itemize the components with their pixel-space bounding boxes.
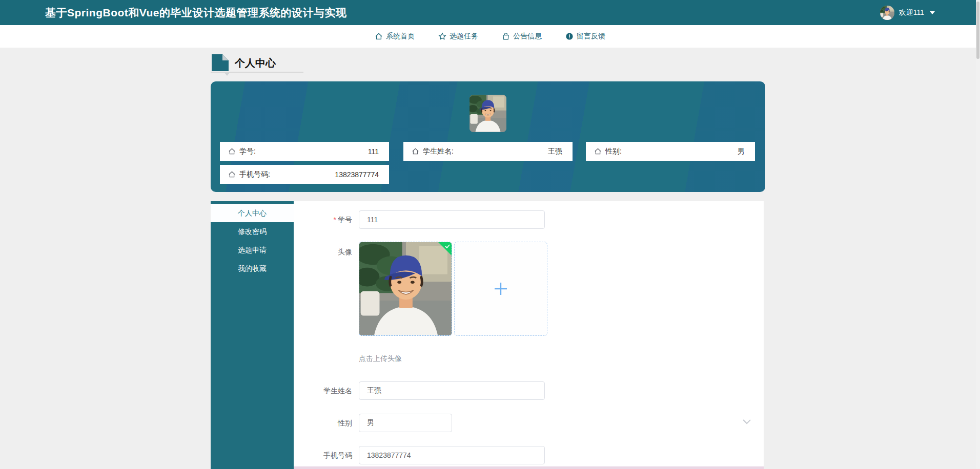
nav-label: 系统首页 [386, 32, 415, 41]
sidebar-item-change-password[interactable]: 修改密码 [211, 222, 294, 241]
sidebar-item-topic-application[interactable]: 选题申请 [211, 241, 294, 259]
user-menu[interactable]: 欢迎111 [880, 0, 935, 25]
profile-summary-card: 学号: 111 学生姓名: 王强 性别: 男 手机号码: 13823877774 [211, 81, 765, 192]
gender-input[interactable] [359, 414, 452, 432]
star-icon [438, 32, 446, 40]
home-icon [412, 147, 419, 155]
student-name-input[interactable] [359, 381, 545, 400]
sidebar-menu: 个人中心 修改密码 选题申请 我的收藏 [211, 201, 294, 469]
bag-icon [502, 32, 510, 40]
field-gender: 性别: 男 [586, 142, 755, 161]
nav-item-announcements[interactable]: 公告信息 [502, 25, 542, 48]
welcome-text: 欢迎111 [899, 8, 924, 17]
check-icon [444, 243, 451, 249]
avatar-label: 头像 [294, 247, 356, 257]
scrollbar-track[interactable] [976, 0, 980, 469]
student-no-label: *学号 [294, 210, 356, 229]
profile-avatar [469, 95, 506, 132]
user-avatar [880, 6, 894, 20]
field-label: 手机号码: [239, 170, 270, 179]
sidebar-item-my-favorites[interactable]: 我的收藏 [211, 259, 294, 278]
avatar-upload-box[interactable] [454, 242, 547, 336]
plus-icon [493, 281, 509, 297]
phone-input[interactable] [359, 446, 545, 464]
home-icon [375, 32, 383, 40]
field-value: 13823877774 [335, 170, 379, 179]
nav-label: 留言反馈 [577, 32, 605, 41]
scrollbar-thumb[interactable] [976, 2, 979, 59]
nav-item-home[interactable]: 系统首页 [375, 25, 415, 48]
avatar-image [469, 95, 506, 132]
avatar-uploaded-image[interactable] [359, 242, 452, 336]
nav-item-topic-task[interactable]: 选题任务 [438, 25, 478, 48]
field-label: 学号: [239, 147, 256, 156]
nav-label: 选题任务 [450, 32, 478, 41]
app-title: 基于SpringBoot和Vue的毕业设计选题管理系统的设计与实现 [45, 6, 347, 20]
gender-label: 性别 [294, 414, 356, 432]
required-mark: * [334, 216, 336, 224]
avatar-image [880, 6, 894, 20]
sidebar-item-personal-center[interactable]: 个人中心 [211, 204, 294, 222]
field-phone: 手机号码: 13823877774 [220, 165, 389, 184]
student-no-input[interactable] [359, 210, 545, 229]
dropdown-arrow-icon [930, 11, 935, 14]
field-label: 学生姓名: [423, 147, 454, 156]
student-name-label: 学生姓名 [294, 381, 356, 400]
title-decoration-square [212, 54, 229, 71]
phone-label: 手机号码 [294, 446, 356, 464]
nav-item-feedback[interactable]: 留言反馈 [565, 25, 605, 48]
field-value: 男 [738, 147, 745, 156]
home-icon [594, 147, 602, 155]
field-label: 性别: [605, 147, 622, 156]
app-header: 基于SpringBoot和Vue的毕业设计选题管理系统的设计与实现 欢迎111 [0, 0, 980, 25]
nav-label: 公告信息 [513, 32, 542, 41]
field-student-no: 学号: 111 [220, 142, 389, 161]
field-value: 王强 [548, 147, 562, 156]
panel-bottom-divider [294, 466, 764, 469]
avatar-image [359, 242, 452, 336]
page-title: 个人中心 [235, 56, 276, 70]
chevron-down-icon[interactable] [742, 419, 751, 425]
home-icon [228, 147, 236, 155]
main-nav: 系统首页 选题任务 公告信息 留言反馈 [0, 25, 980, 48]
field-value: 111 [368, 147, 379, 156]
home-icon [228, 170, 236, 178]
title-notch [224, 73, 230, 76]
field-student-name: 学生姓名: 王强 [403, 142, 573, 161]
upload-hint-text: 点击上传头像 [359, 354, 402, 364]
info-icon [565, 32, 574, 40]
